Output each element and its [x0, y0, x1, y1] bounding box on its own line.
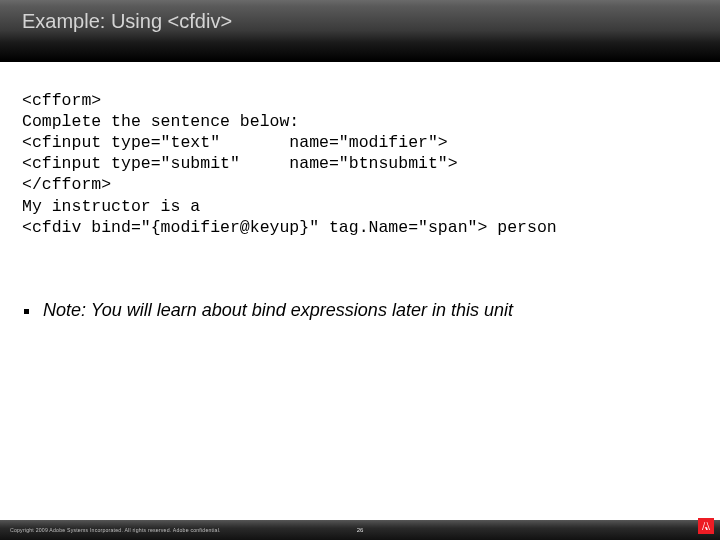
slide-title: Example: Using <cfdiv> [22, 10, 698, 33]
title-bar: Example: Using <cfdiv> [0, 0, 720, 62]
adobe-logo-icon [698, 518, 714, 534]
note-row: Note: You will learn about bind expressi… [22, 300, 698, 321]
code-example: <cfform> Complete the sentence below: <c… [22, 90, 698, 238]
page-number: 26 [357, 527, 364, 533]
copyright-text: Copyright 2009 Adobe Systems Incorporate… [10, 527, 221, 533]
note-text: Note: You will learn about bind expressi… [43, 300, 513, 321]
bullet-icon [24, 309, 29, 314]
content-area: <cfform> Complete the sentence below: <c… [0, 62, 720, 321]
footer-bar: Copyright 2009 Adobe Systems Incorporate… [0, 520, 720, 540]
